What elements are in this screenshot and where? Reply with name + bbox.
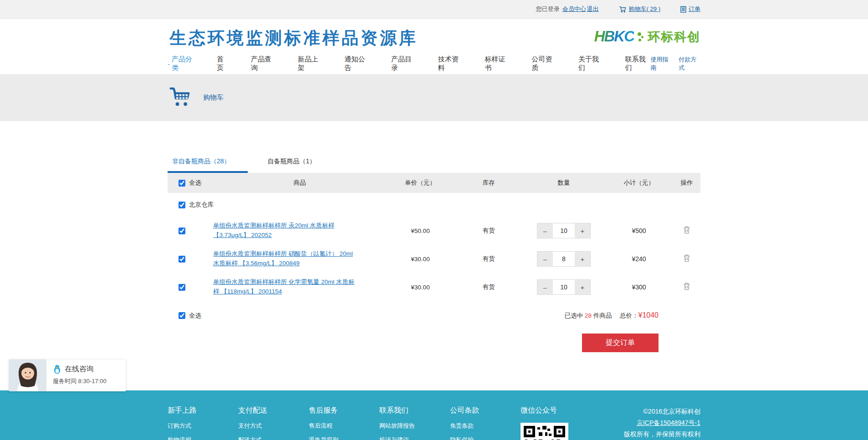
footer-link[interactable]: 隐私保护	[450, 436, 521, 440]
online-chat-widget[interactable]: 在线咨询 服务时间 8:30-17:00	[9, 359, 126, 391]
col-header-stock: 库存	[454, 179, 523, 187]
footer-link[interactable]: 投诉与建议	[379, 436, 450, 440]
col-header-subtotal: 小计（元）	[605, 179, 673, 187]
nav-item-new-products[interactable]: 新品上架	[298, 55, 323, 72]
cart-link[interactable]: 购物车( 29 )	[629, 5, 660, 13]
page-title: 生态环境监测标准样品资源库	[169, 27, 418, 50]
chat-title: 在线咨询	[65, 364, 94, 374]
cart-banner-icon	[169, 87, 191, 109]
site-header: 生态环境监测标准样品资源库 HBKC 环标科创 - 产品分类 首页 产品查询 新…	[0, 19, 868, 74]
delete-item-button[interactable]	[683, 283, 690, 290]
footer-wechat: 微信公众号	[521, 406, 605, 440]
cart-item-row: 单组份水质监测标样标样所 化学需氧量 20ml 水质标样 【118mg/L】 2…	[168, 273, 700, 301]
company-logo: HBKC 环标科创	[594, 28, 700, 45]
quantity-input[interactable]	[553, 223, 575, 238]
quantity-input[interactable]	[553, 252, 575, 266]
nav-item-technical-docs[interactable]: 技术资料	[438, 55, 464, 72]
quantity-decrease-button[interactable]: –	[537, 252, 553, 266]
cart-main: 非自备瓶商品（28） 自备瓶商品（1） 全选 商品 单价（元） 库存 数量 小计…	[168, 121, 700, 352]
cart-icon	[619, 6, 627, 13]
topbar: 您已登录 会员中心退出 购物车( 29 ) 订单	[0, 0, 868, 19]
item-unit-price: ¥30.00	[386, 256, 454, 263]
quantity-stepper: – +	[537, 251, 591, 267]
copyright-line: ©2016北京环标科创	[605, 406, 700, 417]
cart-banner: 购物车	[0, 74, 868, 121]
item-unit-price: ¥50.00	[386, 228, 454, 234]
warehouse-row: 北京仓库	[168, 193, 700, 217]
logout-link[interactable]: 退出	[587, 5, 599, 13]
customer-service-photo	[9, 359, 46, 391]
nav-highlight-dash: -	[168, 60, 170, 68]
item-checkbox[interactable]	[179, 284, 185, 291]
quantity-increase-button[interactable]: +	[575, 223, 590, 238]
selected-count: 28	[585, 312, 592, 319]
footer-link[interactable]: 配送方式	[238, 436, 309, 440]
nav-item-product-catalog[interactable]: 产品目录	[391, 55, 417, 72]
quantity-decrease-button[interactable]: –	[537, 280, 553, 294]
warehouse-checkbox[interactable]	[179, 202, 185, 208]
qq-penguin-icon	[53, 364, 61, 374]
product-link[interactable]: 单组份水质监测标样标样所 硝酸盐（以氮计） 20ml 水质标样 【3.56mg/…	[213, 249, 359, 268]
nav-item-product-query[interactable]: 产品查询	[251, 55, 276, 72]
nav-item-notices[interactable]: 通知公告	[344, 55, 370, 72]
quantity-stepper: – +	[537, 279, 591, 295]
footer-link[interactable]: 订购方式	[168, 422, 238, 430]
footer-col-getting-started: 新手上路 订购方式 购物流程	[168, 406, 238, 440]
member-center-link[interactable]: 会员中心	[562, 5, 586, 13]
footer-link[interactable]: 售后流程	[309, 422, 379, 430]
nav-item-qualifications[interactable]: 公司资质	[531, 55, 557, 72]
footer-col-terms: 公司条款 免责条款 隐私保护	[450, 406, 521, 440]
trash-icon	[683, 226, 690, 234]
cart-banner-title: 购物车	[203, 93, 224, 102]
item-subtotal: ¥500	[605, 227, 673, 234]
nav-item-product-categories[interactable]: - 产品分类	[168, 55, 197, 72]
item-stock-status: 有货	[454, 255, 523, 263]
login-status-text: 您已登录	[536, 5, 560, 13]
nav-item-home[interactable]: 首页	[217, 55, 230, 72]
quantity-input[interactable]	[553, 280, 575, 294]
select-all-checkbox-bottom[interactable]	[179, 312, 185, 319]
orders-link[interactable]: 订单	[689, 5, 700, 13]
quantity-decrease-button[interactable]: –	[537, 223, 553, 238]
wechat-qr-code	[521, 423, 568, 440]
quantity-increase-button[interactable]: +	[575, 252, 590, 266]
product-link[interactable]: 单组份水质监测标样标样所 汞20ml 水质标样 【3.73μg/L】 20205…	[213, 221, 359, 240]
footer-link[interactable]: 网站故障报告	[379, 422, 450, 430]
nav-item-certificates[interactable]: 标样证书	[485, 55, 511, 72]
nav-item-contact-us[interactable]: 联系我们	[625, 55, 651, 72]
icp-license-link[interactable]: 京ICP备15048947号-1	[637, 419, 700, 426]
payment-method-link[interactable]: 付款方式	[679, 56, 700, 72]
footer-link[interactable]: 购物流程	[168, 436, 238, 440]
nav-item-about-us[interactable]: 关于我们	[578, 55, 604, 72]
delete-item-button[interactable]	[683, 254, 690, 262]
item-checkbox[interactable]	[179, 256, 185, 263]
tab-self-bottle[interactable]: 自备瓶商品（1）	[263, 152, 321, 173]
warehouse-label: 北京仓库	[189, 201, 214, 209]
total-label: 总价：	[620, 312, 638, 319]
col-header-product: 商品	[213, 179, 386, 187]
user-guide-link[interactable]: 使用指南	[650, 56, 672, 72]
item-stock-status: 有货	[454, 227, 523, 235]
footer-link[interactable]: 支付方式	[238, 422, 309, 430]
product-link[interactable]: 单组份水质监测标样标样所 化学需氧量 20ml 水质标样 【118mg/L】 2…	[213, 278, 359, 297]
footer-link[interactable]: 免责条款	[450, 422, 521, 430]
col-header-action: 操作	[673, 179, 700, 187]
cart-table-header: 全选 商品 单价（元） 库存 数量 小计（元） 操作	[168, 173, 700, 193]
trash-icon	[683, 254, 690, 262]
col-header-unit-price: 单价（元）	[386, 179, 454, 187]
orders-icon	[680, 6, 686, 13]
select-all-checkbox-top[interactable]	[179, 180, 185, 187]
logo-text-cn: 环标科创	[648, 29, 700, 45]
footer-col-after-sales: 售后服务 售后流程 退换货原则	[309, 406, 379, 440]
footer-copyright: ©2016北京环标科创 京ICP备15048947号-1 版权所有，并保留所有权…	[605, 406, 700, 440]
quantity-increase-button[interactable]: +	[575, 280, 590, 294]
col-header-quantity: 数量	[523, 179, 605, 187]
submit-order-button[interactable]: 提交订单	[582, 334, 659, 352]
footer-link[interactable]: 退换货原则	[309, 436, 379, 440]
select-all-label: 全选	[189, 179, 201, 187]
item-checkbox[interactable]	[179, 228, 185, 234]
delete-item-button[interactable]	[683, 226, 690, 234]
tab-non-self-bottle[interactable]: 非自备瓶商品（28）	[168, 152, 248, 173]
submit-row: 提交订单	[168, 320, 700, 352]
cart-summary-row: 全选 已选中 28 件商品 总价：¥1040	[168, 301, 700, 320]
